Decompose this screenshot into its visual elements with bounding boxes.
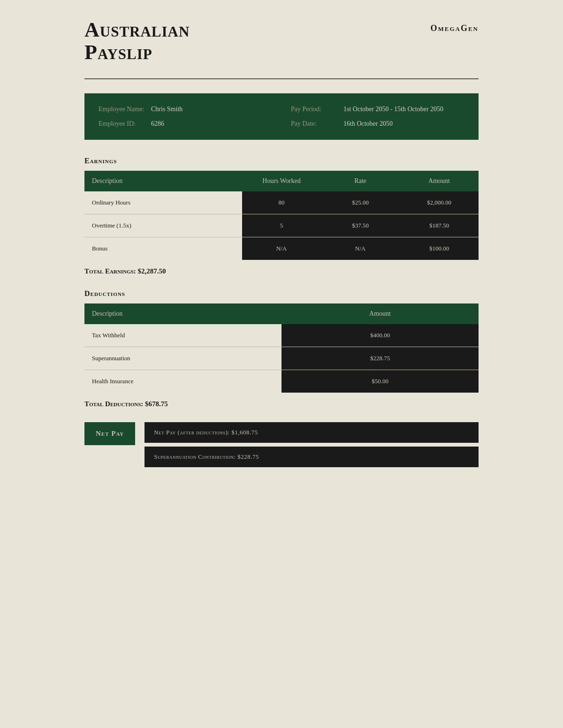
earnings-hours: 5	[242, 214, 321, 237]
deductions-col-amount: Amount	[282, 303, 479, 324]
superannuation-contribution-row: Superannuation Contribution: $228.75	[145, 447, 479, 467]
deductions-amount: $50.00	[282, 370, 479, 393]
employee-id-item: Employee ID: 6286	[99, 119, 272, 129]
table-row: Health Insurance $50.00	[84, 370, 479, 393]
net-pay-section: Net Pay Net Pay (after deductions): $1,6…	[84, 422, 479, 467]
company-name: OmegaGen	[430, 23, 479, 33]
net-pay-label: Net Pay	[84, 422, 135, 445]
earnings-description: Bonus	[84, 237, 242, 260]
earnings-table: Description Hours Worked Rate Amount Ord…	[84, 171, 479, 260]
earnings-section-title: Earnings	[84, 157, 479, 165]
total-deductions: Total Deductions: $678.75	[84, 400, 479, 408]
earnings-header-row: Description Hours Worked Rate Amount	[84, 171, 479, 191]
employee-id-value: 6286	[151, 119, 164, 129]
earnings-hours: 80	[242, 191, 321, 214]
header-divider	[84, 78, 479, 79]
deductions-table: Description Amount Tax Withheld $400.00 …	[84, 303, 479, 393]
pay-period-label: Pay Period:	[291, 105, 338, 114]
earnings-description: Ordinary Hours	[84, 191, 242, 214]
employee-name-item: Employee Name: Chris Smith	[99, 105, 272, 114]
table-row: Superannuation $228.75	[84, 347, 479, 370]
deductions-col-description: Description	[84, 303, 282, 324]
page-title: Australian Payslip	[84, 19, 190, 64]
employee-name-value: Chris Smith	[151, 105, 183, 114]
pay-date-label: Pay Date:	[291, 119, 338, 129]
page-header: Australian Payslip OmegaGen	[84, 19, 479, 64]
earnings-description: Overtime (1.5x)	[84, 214, 242, 237]
employee-id-label: Employee ID:	[99, 119, 145, 129]
table-row: Overtime (1.5x) 5 $37.50 $187.50	[84, 214, 479, 237]
pay-period-value: 1st October 2050 - 15th October 2050	[343, 105, 443, 114]
title-block: Australian Payslip	[84, 19, 190, 64]
total-earnings: Total Earnings: $2,287.50	[84, 267, 479, 275]
table-row: Ordinary Hours 80 $25.00 $2,000.00	[84, 191, 479, 214]
deductions-description: Tax Withheld	[84, 324, 282, 347]
deductions-amount: $228.75	[282, 347, 479, 370]
deductions-section-title: Deductions	[84, 289, 479, 298]
earnings-amount: $187.50	[400, 214, 479, 237]
earnings-rate: $25.00	[321, 191, 400, 214]
net-pay-amount-row: Net Pay (after deductions): $1,608.75	[145, 422, 479, 443]
deductions-amount: $400.00	[282, 324, 479, 347]
pay-date-item: Pay Date: 16th October 2050	[291, 119, 464, 129]
table-row: Bonus N/A N/A $100.00	[84, 237, 479, 260]
deductions-description: Superannuation	[84, 347, 282, 370]
earnings-col-rate: Rate	[321, 171, 400, 191]
net-pay-values: Net Pay (after deductions): $1,608.75 Su…	[145, 422, 479, 467]
earnings-rate: N/A	[321, 237, 400, 260]
table-row: Tax Withheld $400.00	[84, 324, 479, 347]
pay-date-value: 16th October 2050	[343, 119, 393, 129]
deductions-description: Health Insurance	[84, 370, 282, 393]
earnings-col-description: Description	[84, 171, 242, 191]
earnings-col-hours: Hours Worked	[242, 171, 321, 191]
earnings-amount: $100.00	[400, 237, 479, 260]
employee-info-box: Employee Name: Chris Smith Pay Period: 1…	[84, 93, 479, 140]
pay-period-item: Pay Period: 1st October 2050 - 15th Octo…	[291, 105, 464, 114]
deductions-header-row: Description Amount	[84, 303, 479, 324]
earnings-col-amount: Amount	[400, 171, 479, 191]
earnings-rate: $37.50	[321, 214, 400, 237]
earnings-amount: $2,000.00	[400, 191, 479, 214]
employee-name-label: Employee Name:	[99, 105, 145, 114]
earnings-hours: N/A	[242, 237, 321, 260]
